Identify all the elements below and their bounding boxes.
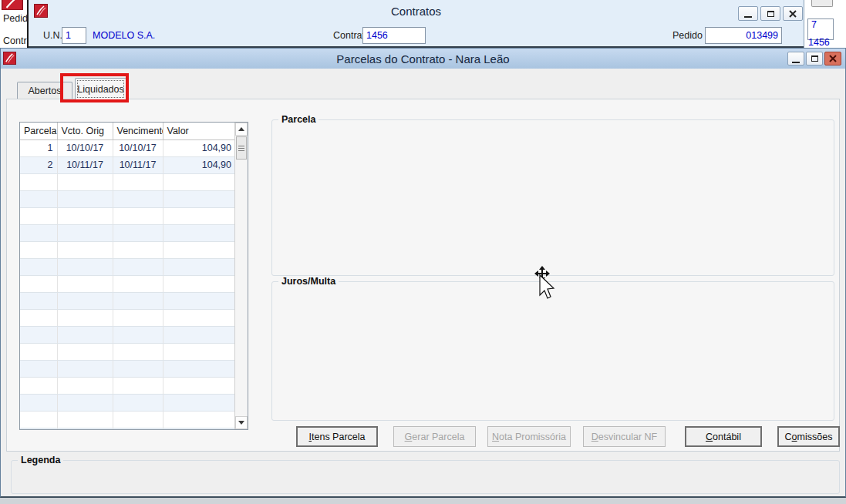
arrow-down-icon: [238, 421, 244, 425]
contratos-window-title: Contratos: [29, 5, 804, 18]
table-row[interactable]: [20, 411, 235, 428]
close-icon: [829, 55, 837, 62]
bg-left-label-pedido: Pedido: [3, 13, 29, 24]
table-row[interactable]: [20, 428, 235, 430]
bg-right-number: 1456: [808, 37, 830, 48]
itens-parcela-button[interactable]: Itens Parcela: [296, 426, 378, 447]
pedido-field[interactable]: 013499: [705, 27, 782, 44]
background-window-left: Pedido Contr: [0, 0, 29, 48]
scroll-up-button[interactable]: [235, 123, 248, 136]
parcelas-minimize-button[interactable]: [787, 52, 804, 66]
nota-promissoria-button[interactable]: Nota Promissória: [487, 426, 571, 447]
table-row[interactable]: [20, 343, 235, 360]
contratos-maximize-button[interactable]: [760, 6, 780, 21]
grid-body: 110/10/1710/10/17104,90210/11/1710/11/17…: [20, 139, 235, 430]
table-row[interactable]: [20, 224, 235, 241]
move-cursor-icon: [530, 266, 556, 301]
table-row[interactable]: [20, 207, 235, 224]
minimize-icon: [792, 62, 800, 63]
background-window-right: 7 1456: [804, 0, 846, 49]
comissoes-button[interactable]: Comissões: [777, 426, 840, 447]
table-row[interactable]: [20, 309, 235, 326]
scrollbar-thumb[interactable]: [236, 136, 247, 160]
scroll-down-button[interactable]: [235, 416, 248, 429]
minimize-icon: [744, 16, 752, 18]
table-row[interactable]: [20, 360, 235, 377]
col-header-vcto-orig[interactable]: Vcto. Orig: [57, 123, 113, 139]
legenda-group-title: Legenda: [18, 455, 63, 465]
table-row[interactable]: 110/10/1710/10/17104,90: [20, 139, 235, 156]
contratos-close-button[interactable]: [783, 6, 803, 21]
table-row[interactable]: 210/11/1710/11/17104,90: [20, 156, 235, 173]
contratos-window: Contratos U.N. 1 MODELO S.A. Contrato 14…: [29, 0, 804, 48]
gerar-parcela-button[interactable]: Gerar Parcela: [393, 426, 476, 447]
arrow-up-icon: [238, 127, 244, 131]
maximize-icon: [767, 11, 774, 17]
juros-multa-groupbox: Juros/Multa: [271, 281, 834, 421]
screen: Pedido Contr 7 1456 Contratos U.N. 1 MOD…: [0, 0, 846, 504]
parcelas-close-button[interactable]: [824, 52, 841, 66]
parcelas-window-title: Parcelas do Contrato - Nara Leão: [1, 52, 845, 66]
red-annotation-box: [60, 73, 129, 102]
juros-multa-group-title: Juros/Multa: [278, 276, 339, 287]
desvincular-nf-button[interactable]: Desvincular NF: [583, 426, 666, 447]
table-row[interactable]: [20, 241, 235, 258]
parcelas-maximize-button[interactable]: [806, 52, 823, 66]
col-header-valor[interactable]: Valor: [163, 123, 235, 139]
parcela-groupbox: Parcela: [271, 119, 834, 276]
app-icon: [2, 0, 23, 10]
legenda-groupbox: Legenda: [11, 460, 840, 494]
col-header-parcela[interactable]: Parcela: [20, 123, 57, 139]
table-row[interactable]: [20, 275, 235, 292]
table-header-row: Parcela Vcto. Orig Vencimento Valor: [20, 123, 235, 139]
bg-left-label-contr: Contr: [3, 35, 27, 46]
pedido-label: Pedido: [672, 30, 703, 41]
un-label: U.N.: [43, 30, 62, 41]
parcelas-titlebar[interactable]: Parcelas do Contrato - Nara Leão: [1, 49, 845, 69]
table-scrollbar[interactable]: [234, 123, 248, 429]
contrato-field[interactable]: 1456: [362, 27, 426, 44]
table-row[interactable]: [20, 258, 235, 275]
col-header-vencimento[interactable]: Vencimento: [113, 123, 163, 139]
maximize-icon: [811, 55, 818, 62]
parcela-group-title: Parcela: [278, 114, 319, 125]
thumb-grip-icon: [238, 146, 244, 151]
table-row[interactable]: [20, 377, 235, 394]
bg-right-partial-button[interactable]: [811, 0, 833, 7]
contabil-button[interactable]: Contábil: [685, 426, 762, 447]
parcelas-grid: Parcela Vcto. Orig Vencimento Valor 110/…: [20, 123, 235, 430]
table-row[interactable]: [20, 394, 235, 411]
company-name: MODELO S.A.: [93, 30, 155, 41]
un-field[interactable]: 1: [62, 27, 86, 44]
close-icon: [789, 10, 797, 18]
table-row[interactable]: [20, 292, 235, 309]
table-row[interactable]: [20, 326, 235, 343]
table-row[interactable]: [20, 190, 235, 207]
parcelas-table: Parcela Vcto. Orig Vencimento Valor 110/…: [19, 122, 248, 430]
table-row[interactable]: [20, 173, 235, 190]
contratos-minimize-button[interactable]: [738, 6, 758, 21]
